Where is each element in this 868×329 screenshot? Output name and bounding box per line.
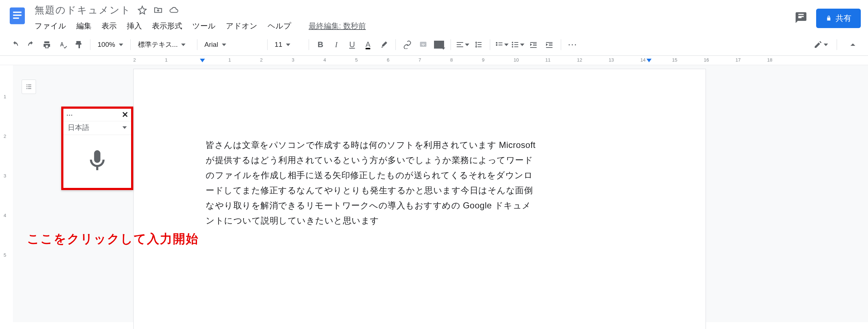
outdent-button[interactable] xyxy=(526,37,541,52)
horizontal-ruler[interactable]: 21123456789101112131415161718 xyxy=(0,56,868,65)
close-icon[interactable]: ✕ xyxy=(122,110,128,120)
outline-toggle-button[interactable] xyxy=(22,80,36,94)
svg-point-7 xyxy=(512,46,513,48)
microphone-icon xyxy=(85,144,110,178)
underline-button[interactable]: U xyxy=(345,37,359,52)
menu-addons[interactable]: アドオン xyxy=(226,21,258,31)
more-button[interactable]: ⋯ xyxy=(565,37,580,52)
link-button[interactable] xyxy=(400,37,415,52)
menu-file[interactable]: ファイル xyxy=(35,21,66,31)
voice-drag-handle-icon[interactable]: ⋯ xyxy=(66,111,73,119)
editing-mode-button[interactable] xyxy=(814,37,828,52)
collapse-toolbar-button[interactable] xyxy=(846,37,860,52)
svg-rect-1 xyxy=(13,12,21,13)
header-right: 共有 xyxy=(795,9,861,28)
paint-format-button[interactable] xyxy=(71,37,86,52)
menu-insert[interactable]: 挿入 xyxy=(127,21,142,31)
menu-edit[interactable]: 編集 xyxy=(76,21,91,31)
comment-button[interactable] xyxy=(416,37,430,52)
voice-language-label: 日本語 xyxy=(68,123,89,132)
svg-rect-13 xyxy=(28,89,31,89)
workspace: 12345 皆さんは文章をパソコンで作成する時は何のソフトを利用されています M… xyxy=(0,65,868,322)
style-select[interactable]: 標準テキス... xyxy=(135,40,193,49)
document-body-text[interactable]: 皆さんは文章をパソコンで作成する時は何のソフトを利用されています Microso… xyxy=(206,138,537,228)
svg-point-6 xyxy=(512,44,513,45)
svg-rect-4 xyxy=(420,42,426,47)
last-edit-link[interactable]: 最終編集: 数秒前 xyxy=(309,21,366,31)
checklist-button[interactable] xyxy=(495,37,509,52)
docs-logo[interactable] xyxy=(7,6,27,26)
voice-typing-panel[interactable]: ⋯ ✕ 日本語 xyxy=(61,107,133,190)
menu-format[interactable]: 表示形式 xyxy=(152,21,182,31)
bulleted-list-button[interactable] xyxy=(510,37,525,52)
chevron-down-icon xyxy=(122,126,127,129)
vertical-ruler[interactable]: 12345 xyxy=(0,65,13,322)
share-label: 共有 xyxy=(836,13,851,24)
menu-tools[interactable]: ツール xyxy=(192,21,216,31)
indent-button[interactable] xyxy=(542,37,556,52)
menu-help[interactable]: ヘルプ xyxy=(268,21,291,31)
undo-button[interactable] xyxy=(8,37,22,52)
cloud-status-icon[interactable] xyxy=(169,5,179,15)
linespacing-button[interactable] xyxy=(471,37,486,52)
voice-language-select[interactable]: 日本語 xyxy=(63,121,131,135)
menubar: ファイル 編集 表示 挿入 表示形式 ツール アドオン ヘルプ 最終編集: 数秒… xyxy=(35,21,795,31)
align-button[interactable] xyxy=(455,37,470,52)
move-icon[interactable] xyxy=(153,5,163,15)
star-icon[interactable] xyxy=(138,5,147,15)
annotation-text: ここをクリックして入力開始 xyxy=(27,231,199,247)
zoom-select[interactable]: 100% xyxy=(95,41,126,49)
document-page[interactable]: 皆さんは文章をパソコンで作成する時は何のソフトを利用されています Microso… xyxy=(133,69,706,329)
fontsize-select[interactable]: 11 xyxy=(272,41,304,49)
spellcheck-button[interactable] xyxy=(55,37,70,52)
voice-mic-button[interactable] xyxy=(63,135,131,188)
bold-button[interactable]: B xyxy=(313,37,328,52)
print-button[interactable] xyxy=(40,37,54,52)
header: 無題のドキュメント ファイル 編集 表示 挿入 表示形式 ツール アドオン ヘル… xyxy=(0,0,868,31)
text-color-button[interactable]: A xyxy=(361,37,375,52)
image-button[interactable] xyxy=(432,37,446,52)
svg-rect-3 xyxy=(13,18,19,19)
svg-rect-12 xyxy=(26,89,27,89)
redo-button[interactable] xyxy=(24,37,38,52)
font-select[interactable]: Arial xyxy=(202,41,263,49)
svg-rect-11 xyxy=(28,86,31,87)
share-button[interactable]: 共有 xyxy=(816,9,861,28)
comments-icon[interactable] xyxy=(795,11,807,26)
svg-point-5 xyxy=(512,42,513,43)
svg-rect-8 xyxy=(26,85,27,85)
toolbar: 100% 標準テキス... Arial 11 B I U A ⋯ xyxy=(0,34,868,56)
svg-rect-2 xyxy=(13,15,21,16)
title-area: 無題のドキュメント ファイル 編集 表示 挿入 表示形式 ツール アドオン ヘル… xyxy=(35,4,795,31)
menu-view[interactable]: 表示 xyxy=(102,21,117,31)
svg-rect-10 xyxy=(26,86,27,87)
italic-button[interactable]: I xyxy=(329,37,344,52)
svg-rect-9 xyxy=(28,85,31,85)
highlight-button[interactable] xyxy=(377,37,391,52)
document-title[interactable]: 無題のドキュメント xyxy=(35,4,131,17)
